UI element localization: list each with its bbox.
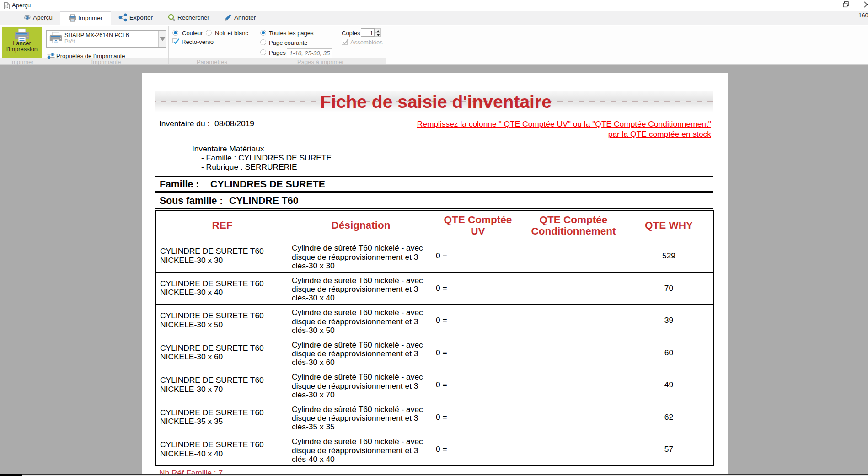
copies-stepper[interactable]: 1 — [361, 28, 375, 37]
tab-rechercher-label: Rechercher — [177, 14, 209, 21]
instruction-line1[interactable]: Remplissez la colonne " QTE Comptée UV" … — [417, 119, 711, 128]
zoom-level: 160 — [858, 12, 868, 19]
radio-pages-label[interactable]: Pages — [269, 49, 286, 56]
arrow-up-icon — [377, 30, 380, 32]
cell-designation: Cylindre de sûreté T60 nickelé - avec di… — [289, 401, 433, 433]
document-title: Fiche de saisie d'inventaire — [157, 92, 715, 112]
group-label-pages: Pages à imprimer — [256, 59, 386, 65]
famille-box: Famille : CYLINDRES DE SURETE — [155, 176, 713, 192]
printer-select-arrow[interactable] — [158, 31, 166, 47]
radio-toutes-les-pages-label[interactable]: Toutes les pages — [269, 30, 314, 37]
check-icon-gray — [342, 38, 349, 45]
cell-qte-cond — [523, 337, 624, 369]
inventory-date-label: Inventaire du : — [159, 119, 209, 128]
cell-qte-why: 39 — [624, 305, 714, 337]
eye-icon — [23, 14, 31, 21]
radio-toutes-dot — [262, 31, 265, 34]
sous-famille-label: Sous famille : — [160, 195, 223, 207]
col-header-designation: Désignation — [289, 211, 433, 240]
radio-page-courante[interactable] — [260, 39, 266, 45]
radio-noir-et-blanc[interactable] — [206, 30, 212, 36]
pages-range-input[interactable] — [287, 48, 332, 58]
radio-pages[interactable] — [260, 49, 266, 55]
famille-label: Famille : — [160, 179, 199, 190]
group-separator — [256, 26, 256, 64]
printer-properties-label: Propriétés de l'imprimante — [56, 53, 125, 59]
checkbox-recto-verso[interactable] — [172, 38, 178, 44]
inventory-date-value: 08/08/2019 — [214, 119, 254, 128]
table-row: CYLINDRE DE SURETE T60 NICKELE-30 x 40 C… — [156, 272, 714, 305]
radio-toutes-les-pages[interactable] — [260, 30, 266, 36]
tab-strip: Aperçu Imprimer Exporter Rechercher — [0, 11, 868, 25]
cell-qte-why: 62 — [624, 401, 714, 433]
copies-increment-button[interactable] — [375, 28, 381, 32]
tab-imprimer-label: Imprimer — [78, 15, 102, 21]
famille-value: CYLINDRES DE SURETE — [210, 179, 325, 190]
preview-area[interactable]: Fiche de saisie d'inventaire Inventaire … — [0, 65, 868, 476]
preview-doc-icon — [4, 2, 10, 10]
chevron-down-icon — [159, 37, 166, 41]
group-label-parametres: Paramètres — [168, 59, 256, 65]
radio-couleur[interactable] — [172, 30, 178, 36]
cell-qte-uv: 0 = — [433, 305, 523, 337]
cell-designation: Cylindre de sûreté T60 nickelé - avec di… — [289, 369, 433, 401]
materials-famille: - Famille : CYLINDRES DE SURETE — [201, 153, 332, 163]
sliders-icon — [47, 52, 55, 60]
radio-couleur-label[interactable]: Couleur — [182, 30, 203, 37]
table-row: CYLINDRE DE SURETE T60 NICKELE-30 x 50 C… — [156, 305, 714, 337]
tab-apercu[interactable]: Aperçu — [18, 11, 60, 25]
cell-qte-uv: 0 = — [433, 433, 523, 466]
close-button[interactable] — [864, 1, 868, 8]
printer-properties-link[interactable]: Propriétés de l'imprimante — [47, 52, 125, 60]
cell-qte-cond — [523, 433, 624, 466]
cell-ref: CYLINDRE DE SURETE T60 NICKELE-30 x 70 — [156, 369, 289, 401]
arrow-down-icon — [377, 34, 380, 36]
cell-qte-why: 57 — [624, 433, 714, 466]
cell-qte-cond — [523, 369, 624, 401]
tab-rechercher[interactable]: Rechercher — [158, 11, 213, 25]
cell-ref: CYLINDRE DE SURETE T60 NICKELE-30 x 60 — [156, 337, 289, 369]
group-separator — [44, 26, 44, 64]
launch-print-label: Lancer l'impression — [2, 41, 42, 53]
tab-apercu-label: Aperçu — [33, 14, 53, 21]
cell-designation: Cylindre de sûreté T60 nickelé - avec di… — [289, 337, 433, 369]
tab-exporter-label: Exporter — [129, 14, 153, 21]
check-icon — [172, 37, 180, 45]
cell-qte-why: 49 — [624, 369, 714, 401]
cell-qte-cond — [523, 272, 624, 305]
restore-button[interactable] — [843, 1, 849, 8]
tab-annoter[interactable]: Annoter — [213, 11, 261, 25]
cell-qte-why: 60 — [624, 337, 714, 369]
radio-couleur-dot — [174, 31, 177, 34]
cell-qte-uv: 0 = — [433, 272, 523, 305]
col-header-qte-uv: QTE Comptée UV — [433, 211, 523, 240]
cell-ref: CYLINDRE DE SURETE T60 NICKELE-30 x 30 — [156, 240, 289, 273]
radio-noir-et-blanc-label[interactable]: Noir et blanc — [215, 30, 248, 37]
tab-exporter[interactable]: Exporter — [111, 11, 157, 25]
checkbox-recto-verso-label[interactable]: Recto-verso — [182, 38, 214, 45]
cell-ref: CYLINDRE DE SURETE T60 NICKELE-40 x 40 — [156, 433, 289, 466]
materials-header: Inventaire Matériaux — [192, 144, 264, 154]
cell-designation: Cylindre de sûreté T60 nickelé - avec di… — [289, 433, 433, 466]
taskbar-strip — [0, 474, 868, 476]
instruction-line2[interactable]: par la QTE comptée en stock — [608, 129, 711, 139]
radio-page-courante-label[interactable]: Page courante — [269, 39, 308, 46]
minimize-button[interactable] — [823, 5, 827, 5]
launch-print-button[interactable]: Lancer l'impression — [2, 27, 42, 58]
cell-qte-why: 70 — [624, 272, 714, 305]
checkbox-assemblees[interactable] — [342, 39, 348, 45]
cell-qte-uv: 0 = — [433, 401, 523, 433]
tab-imprimer[interactable]: Imprimer — [60, 11, 111, 26]
cell-ref: CYLINDRE DE SURETE T60 NICKELE-30 x 50 — [156, 305, 289, 337]
document-page: Fiche de saisie d'inventaire Inventaire … — [142, 73, 728, 476]
cell-ref: CYLINDRE DE SURETE T60 NICKELE-30 x 40 — [156, 272, 289, 305]
checkbox-assemblees-label: Assemblées — [350, 39, 383, 46]
tab-annoter-label: Annoter — [234, 14, 256, 21]
table-row: CYLINDRE DE SURETE T60 NICKELE-40 x 40 C… — [156, 433, 714, 466]
printer-select[interactable]: SHARP MX-2614N PCL6 Prêt — [46, 30, 166, 48]
cell-qte-uv: 0 = — [433, 369, 523, 401]
copies-decrement-button[interactable] — [375, 32, 381, 37]
table-row: CYLINDRE DE SURETE T60 NICKELE-30 x 60 C… — [156, 337, 714, 369]
printer-status: Prêt — [64, 38, 75, 45]
cell-qte-uv: 0 = — [433, 337, 523, 369]
